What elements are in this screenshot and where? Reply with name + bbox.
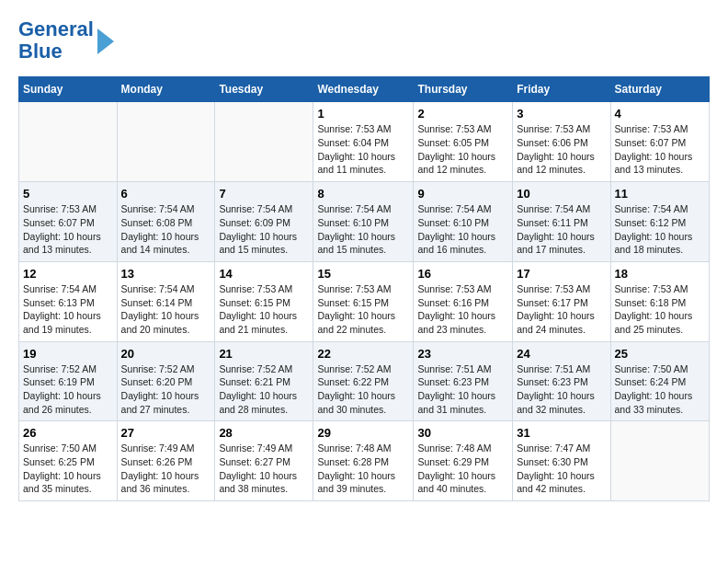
cell-info: Sunset: 6:10 PM — [417, 216, 508, 230]
cell-info: Daylight: 10 hours and 12 minutes. — [517, 150, 606, 177]
day-number: 27 — [121, 426, 211, 440]
cell-info: Daylight: 10 hours and 28 minutes. — [219, 389, 309, 416]
cell-info: Sunset: 6:18 PM — [615, 296, 705, 310]
header-sunday: Sunday — [19, 77, 118, 102]
day-number: 12 — [23, 267, 113, 281]
day-number: 13 — [121, 267, 211, 281]
cell-info: Sunset: 6:05 PM — [417, 136, 508, 150]
cell-info: Sunrise: 7:53 AM — [23, 202, 113, 216]
cell-info: Sunrise: 7:53 AM — [219, 282, 309, 296]
cell-info: Sunrise: 7:47 AM — [517, 442, 606, 455]
cell-info: Daylight: 10 hours and 27 minutes. — [121, 389, 211, 416]
calendar-cell: 14Sunrise: 7:53 AMSunset: 6:15 PMDayligh… — [215, 261, 313, 341]
cell-info: Sunset: 6:09 PM — [219, 216, 309, 230]
calendar-cell: 25Sunrise: 7:50 AMSunset: 6:24 PMDayligh… — [610, 341, 709, 421]
day-number: 8 — [317, 187, 409, 201]
cell-info: Sunset: 6:21 PM — [219, 375, 309, 389]
cell-info: Daylight: 10 hours and 32 minutes. — [517, 389, 606, 416]
cell-info: Sunset: 6:20 PM — [121, 375, 211, 389]
cell-info: Sunrise: 7:52 AM — [23, 362, 113, 376]
day-number: 30 — [417, 426, 508, 440]
day-number: 7 — [219, 187, 309, 201]
cell-info: Sunrise: 7:48 AM — [317, 442, 409, 455]
cell-info: Sunset: 6:16 PM — [417, 296, 508, 310]
calendar-cell: 1Sunrise: 7:53 AMSunset: 6:04 PMDaylight… — [313, 102, 414, 182]
cell-info: Daylight: 10 hours and 11 minutes. — [317, 150, 409, 177]
cell-info: Sunrise: 7:52 AM — [121, 362, 211, 376]
cell-info: Sunrise: 7:53 AM — [517, 122, 606, 136]
calendar-cell: 21Sunrise: 7:52 AMSunset: 6:21 PMDayligh… — [215, 341, 313, 421]
cell-info: Daylight: 10 hours and 42 minutes. — [517, 469, 606, 496]
cell-info: Sunset: 6:12 PM — [615, 216, 705, 230]
header-thursday: Thursday — [414, 77, 513, 102]
calendar-cell: 20Sunrise: 7:52 AMSunset: 6:20 PMDayligh… — [117, 341, 215, 421]
day-number: 5 — [23, 187, 113, 201]
cell-info: Daylight: 10 hours and 13 minutes. — [23, 230, 113, 257]
calendar-cell — [117, 102, 215, 182]
header-tuesday: Tuesday — [215, 77, 313, 102]
cell-info: Daylight: 10 hours and 17 minutes. — [517, 230, 606, 257]
cell-info: Sunrise: 7:54 AM — [317, 202, 409, 216]
calendar-cell: 17Sunrise: 7:53 AMSunset: 6:17 PMDayligh… — [513, 261, 610, 341]
header-friday: Friday — [513, 77, 610, 102]
calendar-cell: 8Sunrise: 7:54 AMSunset: 6:10 PMDaylight… — [313, 182, 414, 262]
cell-info: Sunrise: 7:49 AM — [219, 442, 309, 455]
cell-info: Sunrise: 7:53 AM — [317, 122, 409, 136]
cell-info: Sunrise: 7:54 AM — [219, 202, 309, 216]
calendar-cell: 28Sunrise: 7:49 AMSunset: 6:27 PMDayligh… — [215, 421, 313, 501]
cell-info: Daylight: 10 hours and 15 minutes. — [317, 230, 409, 257]
cell-info: Daylight: 10 hours and 30 minutes. — [317, 389, 409, 416]
cell-info: Daylight: 10 hours and 16 minutes. — [417, 230, 508, 257]
day-number: 20 — [121, 347, 211, 361]
calendar-cell — [19, 102, 118, 182]
calendar-cell: 31Sunrise: 7:47 AMSunset: 6:30 PMDayligh… — [513, 421, 610, 501]
logo-text: General Blue — [18, 18, 94, 63]
day-number: 1 — [317, 107, 409, 121]
cell-info: Sunset: 6:27 PM — [219, 455, 309, 469]
calendar-cell: 16Sunrise: 7:53 AMSunset: 6:16 PMDayligh… — [414, 261, 513, 341]
cell-info: Sunrise: 7:52 AM — [317, 362, 409, 376]
calendar-cell: 10Sunrise: 7:54 AMSunset: 6:11 PMDayligh… — [513, 182, 610, 262]
header-wednesday: Wednesday — [313, 77, 414, 102]
cell-info: Daylight: 10 hours and 31 minutes. — [417, 389, 508, 416]
cell-info: Sunset: 6:11 PM — [517, 216, 606, 230]
calendar-cell: 9Sunrise: 7:54 AMSunset: 6:10 PMDaylight… — [414, 182, 513, 262]
calendar-cell: 19Sunrise: 7:52 AMSunset: 6:19 PMDayligh… — [19, 341, 118, 421]
day-number: 6 — [121, 187, 211, 201]
day-number: 9 — [417, 187, 508, 201]
cell-info: Sunset: 6:15 PM — [317, 296, 409, 310]
calendar-cell: 27Sunrise: 7:49 AMSunset: 6:26 PMDayligh… — [117, 421, 215, 501]
day-number: 17 — [517, 267, 606, 281]
cell-info: Daylight: 10 hours and 15 minutes. — [219, 230, 309, 257]
day-number: 24 — [517, 347, 606, 361]
cell-info: Sunset: 6:25 PM — [23, 455, 113, 469]
cell-info: Daylight: 10 hours and 13 minutes. — [615, 150, 705, 177]
day-number: 21 — [219, 347, 309, 361]
logo-general: General — [18, 17, 94, 40]
calendar-week-row: 26Sunrise: 7:50 AMSunset: 6:25 PMDayligh… — [19, 421, 710, 501]
cell-info: Sunset: 6:07 PM — [615, 136, 705, 150]
cell-info: Sunrise: 7:53 AM — [615, 122, 705, 136]
cell-info: Daylight: 10 hours and 23 minutes. — [417, 309, 508, 336]
cell-info: Daylight: 10 hours and 12 minutes. — [417, 150, 508, 177]
cell-info: Sunrise: 7:49 AM — [121, 442, 211, 455]
calendar-cell: 29Sunrise: 7:48 AMSunset: 6:28 PMDayligh… — [313, 421, 414, 501]
cell-info: Daylight: 10 hours and 20 minutes. — [121, 309, 211, 336]
cell-info: Sunset: 6:22 PM — [317, 375, 409, 389]
day-number: 10 — [517, 187, 606, 201]
calendar-week-row: 5Sunrise: 7:53 AMSunset: 6:07 PMDaylight… — [19, 182, 710, 262]
calendar-cell: 5Sunrise: 7:53 AMSunset: 6:07 PMDaylight… — [19, 182, 118, 262]
cell-info: Sunset: 6:08 PM — [121, 216, 211, 230]
calendar-week-row: 12Sunrise: 7:54 AMSunset: 6:13 PMDayligh… — [19, 261, 710, 341]
page-header: General Blue — [18, 18, 710, 63]
cell-info: Sunrise: 7:50 AM — [23, 442, 113, 455]
cell-info: Sunset: 6:23 PM — [417, 375, 508, 389]
cell-info: Daylight: 10 hours and 18 minutes. — [615, 230, 705, 257]
calendar-header-row: SundayMondayTuesdayWednesdayThursdayFrid… — [19, 77, 710, 102]
cell-info: Sunrise: 7:53 AM — [517, 282, 606, 296]
day-number: 23 — [417, 347, 508, 361]
cell-info: Sunrise: 7:53 AM — [317, 282, 409, 296]
day-number: 18 — [615, 267, 705, 281]
logo: General Blue — [18, 18, 114, 63]
calendar-cell: 12Sunrise: 7:54 AMSunset: 6:13 PMDayligh… — [19, 261, 118, 341]
